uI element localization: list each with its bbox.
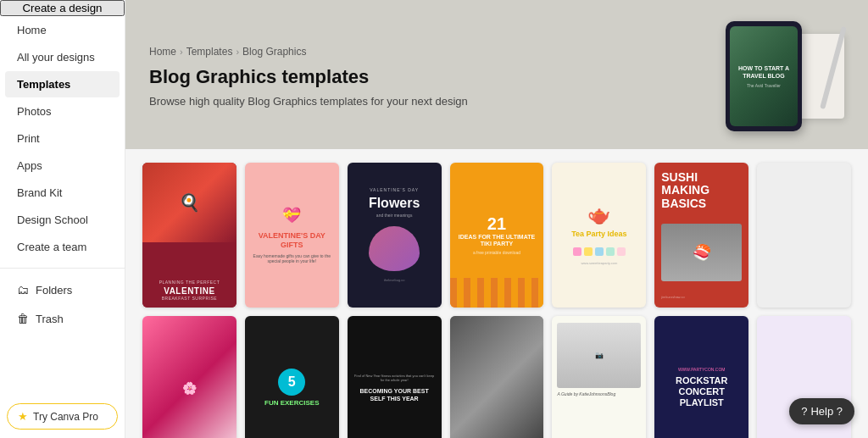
exercises-number: 5 — [278, 369, 305, 396]
help-icon: ? — [801, 405, 807, 418]
flower-image — [369, 226, 419, 271]
sidebar: Create a design Home All your designs Te… — [0, 0, 125, 438]
sidebar-item-photos[interactable]: Photos — [5, 98, 120, 125]
bw-inner: 💑 — [450, 316, 544, 438]
rockstar-site: WWW.PARTYCON.COM — [678, 367, 726, 372]
templates-grid: 🍳 planning the perfect VALENTINE breakfa… — [142, 163, 851, 438]
breadcrumb: Home › Templates › Blog Graphics — [149, 46, 658, 58]
page-title: Blog Graphics templates — [149, 66, 658, 88]
teaparty-cups — [573, 247, 626, 256]
hero-banner: Home › Templates › Blog Graphics Blog Gr… — [125, 0, 868, 149]
tiki-sub: a free printable download — [473, 250, 520, 255]
sidebar-item-create-team[interactable]: Create a team — [5, 234, 120, 260]
hero-subtitle: Browse high quality Blog Graphics templa… — [149, 95, 658, 108]
trash-icon: 🗑 — [17, 312, 29, 325]
templates-grid-section: 🍳 planning the perfect VALENTINE breakfa… — [125, 149, 868, 438]
create-design-button[interactable]: Create a design — [0, 0, 125, 16]
template-card-teaparty[interactable]: 🫖 Tea Party Ideas www.sweetteaparty.com — [552, 163, 646, 308]
template-card-tiki[interactable]: 21 IDEAS FOR THE ULTIMATE TIKI PARTY a f… — [450, 163, 544, 308]
sushi-site: jimkuroshaw.co — [661, 295, 742, 299]
food-image: 🍳 — [142, 163, 236, 242]
template-card-exercises[interactable]: 5 FUN EXERCISES — [245, 316, 339, 438]
template-card-pink[interactable]: 🌸 — [142, 316, 236, 438]
sidebar-item-all-designs[interactable]: All your designs — [5, 44, 120, 70]
sidebar-item-folders[interactable]: 🗂 Folders — [5, 276, 120, 303]
star-icon: ★ — [18, 410, 28, 423]
template-card-gifts[interactable]: 💝 VALENTINE'S DAY GIFTS Easy homemade gi… — [245, 163, 339, 308]
guide-image: 📷 — [557, 323, 641, 388]
template-card-guide[interactable]: 📷 A Guide by KatieJohnsonsBlog — [552, 316, 646, 438]
sushi-image: 🍣 — [661, 224, 742, 281]
phone-mockup: HOW TO START A TRAVEL BLOG The Avid Trav… — [726, 21, 802, 131]
nav-divider — [0, 268, 125, 269]
guide-author: A Guide by KatieJohnsonsBlog — [557, 391, 641, 396]
flowers-label: Valentine's Day — [370, 187, 419, 192]
tiki-title: IDEAS FOR THE ULTIMATE TIKI PARTY — [455, 234, 539, 248]
card-bottom-text: planning the perfect VALENTINE breakfast… — [142, 274, 236, 308]
folders-label: Folders — [36, 284, 72, 297]
teaparty-icon: 🫖 — [587, 204, 610, 226]
sidebar-item-print[interactable]: Print — [5, 125, 120, 152]
card-top-image: 🍳 — [142, 163, 236, 242]
try-pro-button[interactable]: ★ Try Canva Pro — [7, 403, 118, 430]
cup-1 — [573, 247, 581, 256]
gifts-title: VALENTINE'S DAY GIFTS — [252, 231, 332, 250]
try-pro-label: Try Canva Pro — [33, 411, 98, 423]
breadcrumb-sep-1: › — [180, 47, 183, 57]
breadcrumb-templates[interactable]: Templates — [186, 46, 233, 58]
tiki-number: 21 — [487, 215, 506, 232]
cup-2 — [584, 247, 593, 256]
template-card-rockstar[interactable]: WWW.PARTYCON.COM ROCKSTAR CONCERT PLAYLI… — [654, 316, 748, 438]
template-card-valentine[interactable]: 🍳 planning the perfect VALENTINE breakfa… — [142, 163, 236, 308]
trash-label: Trash — [36, 313, 64, 325]
sidebar-item-templates[interactable]: Templates — [5, 71, 120, 97]
card-small-text: planning the perfect — [146, 280, 233, 285]
bestself-top-text: Find of New Year fitness activities that… — [354, 374, 435, 382]
main-content: Home › Templates › Blog Graphics Blog Gr… — [125, 0, 868, 438]
cup-5 — [617, 247, 626, 256]
phone-subtext: The Avid Traveller — [747, 83, 781, 88]
breadcrumb-current: Blog Graphics — [242, 46, 306, 58]
pink-inner: 🌸 — [142, 316, 236, 438]
hero-image: HOW TO START A TRAVEL BLOG The Avid Trav… — [658, 17, 844, 136]
template-card-bestself[interactable]: Find of New Year fitness activities that… — [348, 316, 442, 438]
hero-text-area: Home › Templates › Blog Graphics Blog Gr… — [149, 46, 658, 108]
template-card-placeholder-r1[interactable] — [757, 163, 851, 308]
flowers-title: Flowers — [369, 196, 420, 211]
folder-icon: 🗂 — [17, 283, 29, 297]
help-button[interactable]: ? Help ? — [789, 398, 854, 424]
card-sub-text: breakfast surprise — [146, 296, 233, 301]
flowers-site: thelovebug.co — [384, 278, 405, 282]
hearts-decoration: 💝 — [282, 206, 301, 225]
sidebar-item-home[interactable]: Home — [5, 17, 120, 43]
template-card-bw[interactable]: 💑 — [450, 316, 544, 438]
sushi-title: SUSHI MAKING BASICS — [661, 171, 742, 210]
rockstar-title: ROCKSTAR CONCERT PLAYLIST — [661, 375, 742, 409]
help-label: Help ? — [810, 405, 843, 418]
tiki-pattern — [450, 278, 544, 307]
teaparty-title: Tea Party Ideas — [571, 230, 626, 239]
breadcrumb-sep-2: › — [236, 47, 239, 57]
flowers-sub: and their meanings — [376, 213, 413, 218]
sidebar-bottom: ★ Try Canva Pro — [0, 395, 125, 438]
sidebar-item-apps[interactable]: Apps — [5, 152, 120, 179]
gifts-subtitle: Easy homemade gifts you can give to the … — [252, 253, 332, 264]
cup-3 — [595, 247, 604, 256]
phone-screen: HOW TO START A TRAVEL BLOG The Avid Trav… — [730, 26, 798, 126]
template-card-sushi[interactable]: SUSHI MAKING BASICS 🍣 jimkuroshaw.co — [654, 163, 748, 308]
teaparty-site: www.sweetteaparty.com — [581, 261, 617, 265]
phone-text: HOW TO START A TRAVEL BLOG — [737, 64, 791, 80]
card-large-text: VALENTINE — [146, 286, 233, 296]
sidebar-item-trash[interactable]: 🗑 Trash — [5, 305, 120, 332]
sidebar-item-design-school[interactable]: Design School — [5, 207, 120, 233]
breadcrumb-home[interactable]: Home — [149, 46, 176, 58]
bestself-title: BECOMING YOUR BEST SELF THIS YEAR — [354, 387, 435, 402]
cup-4 — [606, 247, 615, 256]
exercises-title: FUN EXERCISES — [264, 399, 319, 408]
template-card-flowers[interactable]: Valentine's Day Flowers and their meanin… — [348, 163, 442, 308]
sidebar-item-brand-kit[interactable]: Brand Kit — [5, 180, 120, 206]
